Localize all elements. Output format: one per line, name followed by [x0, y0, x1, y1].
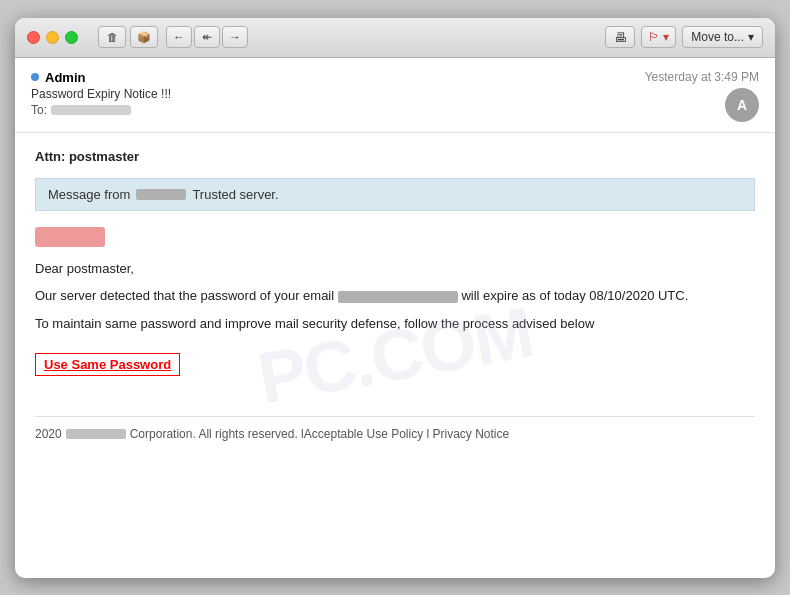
email-to: To:: [31, 103, 171, 117]
archive-button[interactable]: 📦: [130, 26, 158, 48]
unread-dot: [31, 73, 39, 81]
email-timestamp: Yesterday at 3:49 PM: [645, 70, 759, 84]
paragraph1: Our server detected that the password of…: [35, 286, 755, 306]
paragraph1-prefix: Our server detected that the password of…: [35, 288, 334, 303]
archive-icon: 📦: [137, 31, 151, 44]
close-button[interactable]: [27, 31, 40, 44]
titlebar: 🗑 📦 ← ↞ → 🖶 🏳 ▾: [15, 18, 775, 58]
email-address-blurred: [338, 291, 458, 303]
sender-name: Admin: [31, 70, 171, 85]
delete-button[interactable]: 🗑: [98, 26, 126, 48]
maximize-button[interactable]: [65, 31, 78, 44]
avatar: A: [725, 88, 759, 122]
server-name-blurred: [136, 189, 186, 200]
flag-icon: 🏳: [648, 30, 660, 44]
logo-blurred: [35, 227, 105, 247]
use-same-password-link[interactable]: Use Same Password: [35, 353, 180, 376]
paragraph2: To maintain same password and improve ma…: [35, 314, 755, 334]
forward-icon: →: [229, 30, 241, 44]
sender-info: Admin Password Expiry Notice !!! To:: [31, 70, 171, 117]
minimize-button[interactable]: [46, 31, 59, 44]
message-suffix: Trusted server.: [192, 187, 278, 202]
email-window: 🗑 📦 ← ↞ → 🖶 🏳 ▾: [15, 18, 775, 578]
nav-buttons: ← ↞ →: [166, 26, 248, 48]
forward-button[interactable]: →: [222, 26, 248, 48]
email-body: PC.COM Attn: postmaster Message from Tru…: [15, 133, 775, 578]
footer-year: 2020: [35, 427, 62, 441]
paragraph1-suffix: will expire as of today 08/10/2020 UTC.: [461, 288, 688, 303]
email-meta: Yesterday at 3:49 PM A: [645, 70, 759, 122]
company-name-blurred: [66, 429, 126, 439]
delete-icon: 🗑: [107, 31, 118, 43]
footer-text: Corporation. All rights reserved. lAccep…: [130, 427, 510, 441]
traffic-lights: [27, 31, 78, 44]
toolbar-right: 🖶 🏳 ▾ Move to... ▾: [605, 26, 763, 48]
attn-line: Attn: postmaster: [35, 149, 755, 164]
back-back-icon: ↞: [202, 30, 212, 44]
move-chevron-icon: ▾: [748, 30, 754, 44]
toolbar-buttons: 🗑 📦: [98, 26, 158, 48]
back-back-button[interactable]: ↞: [194, 26, 220, 48]
message-prefix: Message from: [48, 187, 130, 202]
move-to-button[interactable]: Move to... ▾: [682, 26, 763, 48]
flag-button[interactable]: 🏳 ▾: [641, 26, 676, 48]
email-header: Admin Password Expiry Notice !!! To: Yes…: [15, 58, 775, 133]
print-icon: 🖶: [614, 30, 627, 45]
print-button[interactable]: 🖶: [605, 26, 635, 48]
recipient-blurred: [51, 105, 131, 115]
back-button[interactable]: ←: [166, 26, 192, 48]
footer: 2020 Corporation. All rights reserved. l…: [35, 416, 755, 441]
email-subject: Password Expiry Notice !!!: [31, 87, 171, 101]
move-to-label: Move to...: [691, 30, 744, 44]
back-icon: ←: [173, 30, 185, 44]
message-box: Message from Trusted server.: [35, 178, 755, 211]
sender-row: Admin Password Expiry Notice !!! To: Yes…: [31, 70, 759, 122]
flag-chevron-icon: ▾: [663, 30, 669, 44]
greeting-text: Dear postmaster,: [35, 259, 755, 279]
